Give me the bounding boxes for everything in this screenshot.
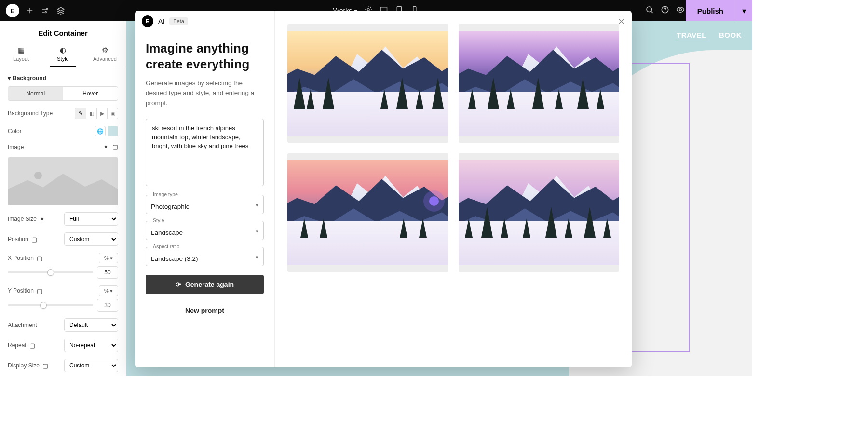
y-slider-thumb[interactable] bbox=[40, 302, 47, 309]
bg-type-slideshow[interactable]: ▣ bbox=[107, 108, 118, 119]
modal-brand: AI bbox=[158, 17, 164, 25]
y-value[interactable]: 30 bbox=[97, 299, 118, 312]
modal-header: E AI Beta bbox=[142, 15, 188, 27]
refresh-icon: ⟳ bbox=[176, 281, 181, 288]
ai-image-icon[interactable]: ✦ bbox=[103, 143, 108, 150]
heading-line2: create everything bbox=[146, 57, 249, 71]
image-type-value: Photographic bbox=[151, 203, 190, 210]
style-icon: ◐ bbox=[42, 46, 84, 54]
svg-point-0 bbox=[46, 9, 48, 10]
style-value: Landscape bbox=[151, 229, 183, 236]
bg-type-video[interactable]: ▶ bbox=[96, 108, 107, 119]
svg-point-8 bbox=[679, 9, 682, 11]
color-swatch[interactable] bbox=[108, 126, 118, 136]
responsive-image-icon[interactable]: ▢ bbox=[112, 143, 118, 150]
label-image-size: Image Size bbox=[8, 216, 37, 222]
close-icon[interactable]: ✕ bbox=[618, 16, 625, 27]
publish-group: Publish ▾ bbox=[686, 0, 752, 21]
result-image bbox=[287, 31, 448, 136]
image-type-label: Image type bbox=[151, 191, 180, 197]
aspect-select[interactable]: Aspect ratio Landscape (3:2) ▾ bbox=[146, 247, 264, 266]
label-repeat: Repeat bbox=[8, 342, 27, 349]
label-color: Color bbox=[8, 128, 22, 135]
responsive-icon[interactable]: ▢ bbox=[29, 342, 35, 349]
result-image bbox=[287, 160, 448, 265]
add-icon[interactable] bbox=[22, 3, 38, 18]
generate-again-button[interactable]: ⟳ Generate again bbox=[146, 275, 264, 294]
tab-style-label: Style bbox=[57, 56, 68, 62]
nav-link-travel[interactable]: TRAVEL bbox=[677, 31, 706, 39]
responsive-icon[interactable]: ▢ bbox=[42, 362, 48, 369]
new-prompt-button[interactable]: New prompt bbox=[146, 307, 264, 314]
label-position: Position bbox=[8, 236, 28, 243]
x-unit-label: % bbox=[104, 255, 109, 261]
chevron-down-icon: ▾ bbox=[256, 202, 258, 208]
chevron-down-icon: ▾ bbox=[256, 254, 258, 260]
results-grid bbox=[287, 24, 619, 272]
responsive-icon[interactable]: ▢ bbox=[31, 236, 37, 243]
elementor-logo[interactable]: E bbox=[6, 4, 19, 17]
settings-sliders-icon[interactable] bbox=[38, 3, 53, 18]
image-type-select[interactable]: Image type Photographic ▾ bbox=[146, 195, 264, 214]
state-toggle: Normal Hover bbox=[8, 86, 118, 101]
ai-hint-icon[interactable]: ✦ bbox=[40, 216, 45, 223]
display-size-select[interactable]: Custom bbox=[64, 359, 118, 372]
results-area bbox=[275, 11, 632, 367]
publish-button[interactable]: Publish bbox=[686, 0, 735, 21]
result-image bbox=[459, 31, 619, 136]
layout-icon: ▦ bbox=[0, 46, 42, 54]
preview-icon[interactable] bbox=[676, 5, 685, 16]
panel-body: ▾ Background Normal Hover Background Typ… bbox=[0, 67, 126, 376]
generate-label: Generate again bbox=[185, 281, 234, 288]
tab-advanced-label: Advanced bbox=[93, 56, 117, 62]
position-select[interactable]: Custom bbox=[64, 232, 118, 246]
svg-point-6 bbox=[647, 7, 652, 12]
tab-style[interactable]: ◐Style bbox=[42, 42, 84, 67]
bg-type-classic[interactable]: ✎ bbox=[75, 108, 86, 119]
modal-subtext: Generate images by selecting the desired… bbox=[146, 79, 264, 108]
publish-dropdown[interactable]: ▾ bbox=[735, 0, 752, 21]
panel-title: Edit Container bbox=[0, 21, 126, 42]
search-icon[interactable] bbox=[645, 5, 654, 16]
x-value[interactable]: 50 bbox=[97, 266, 118, 279]
label-x-position: X Position bbox=[8, 255, 34, 261]
attachment-select[interactable]: Default bbox=[64, 318, 118, 332]
result-card[interactable] bbox=[459, 24, 619, 143]
result-image bbox=[459, 160, 619, 265]
y-unit-select[interactable]: % ▾ bbox=[99, 285, 118, 296]
repeat-select[interactable]: No-repeat bbox=[64, 339, 118, 352]
topbar-right bbox=[645, 5, 685, 16]
toggle-hover[interactable]: Hover bbox=[63, 87, 118, 100]
tab-advanced[interactable]: ⚙Advanced bbox=[84, 42, 126, 67]
tab-layout[interactable]: ▦Layout bbox=[0, 42, 42, 67]
responsive-icon[interactable]: ▢ bbox=[37, 255, 42, 262]
modal-logo: E bbox=[142, 15, 153, 27]
help-icon[interactable] bbox=[661, 5, 669, 16]
result-card[interactable] bbox=[287, 24, 448, 143]
nav-link-book[interactable]: BOOK bbox=[719, 31, 742, 39]
style-select[interactable]: Style Landscape ▾ bbox=[146, 221, 264, 240]
result-card[interactable] bbox=[287, 153, 448, 272]
prompt-input[interactable] bbox=[146, 119, 264, 186]
layers-icon[interactable] bbox=[53, 3, 68, 18]
image-preview[interactable] bbox=[8, 157, 118, 205]
label-bg-type: Background Type bbox=[8, 110, 53, 117]
x-slider[interactable] bbox=[8, 271, 93, 273]
chevron-down-icon: ▾ bbox=[256, 228, 258, 234]
bg-type-gradient[interactable]: ◧ bbox=[86, 108, 96, 119]
y-slider[interactable] bbox=[8, 304, 93, 306]
ai-modal: E AI Beta ✕ Imagine anythingcreate every… bbox=[135, 11, 632, 367]
editor-panel: Edit Container ▦Layout ◐Style ⚙Advanced … bbox=[0, 21, 126, 376]
site-nav: TRAVEL BOOK bbox=[677, 31, 742, 39]
label-display-size: Display Size bbox=[8, 362, 40, 369]
responsive-icon[interactable]: ▢ bbox=[37, 287, 42, 295]
image-size-select[interactable]: Full bbox=[64, 212, 118, 226]
toggle-normal[interactable]: Normal bbox=[8, 87, 63, 100]
x-slider-thumb[interactable] bbox=[47, 269, 54, 276]
aspect-value: Landscape (3:2) bbox=[151, 255, 198, 262]
section-background[interactable]: ▾ Background bbox=[8, 75, 118, 81]
result-card[interactable] bbox=[459, 153, 619, 272]
global-color-icon[interactable]: 🌐 bbox=[95, 126, 106, 136]
x-unit-select[interactable]: % ▾ bbox=[99, 253, 118, 263]
bg-type-group: ✎ ◧ ▶ ▣ bbox=[75, 108, 118, 119]
